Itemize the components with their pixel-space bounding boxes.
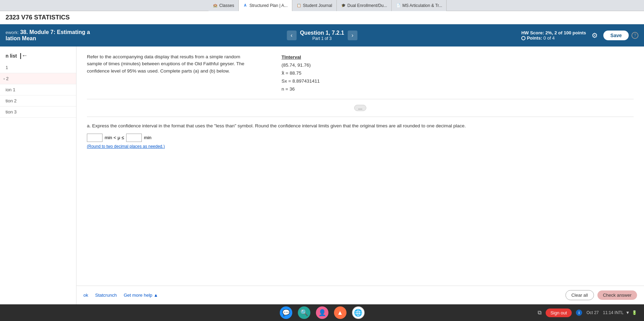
sidebar-section-title: n list |← — [0, 49, 76, 62]
wifi-icon: ▼ — [626, 310, 630, 315]
tinterval-value-4: n = 36 — [282, 85, 320, 93]
search-icon: 🔍 — [300, 309, 308, 316]
course-title: 2323 V76 STATISTICS — [6, 14, 638, 21]
hw-label: ework: 38. Module 7: Estimating alation … — [6, 29, 90, 42]
tinterval-box: TInterval (85.74, 91.76) x̄ = 88.75 Sx =… — [282, 53, 320, 93]
next-question-button[interactable]: › — [348, 31, 357, 40]
chat-icon: 💬 — [282, 309, 290, 316]
score-section: HW Score: 2%, 2 of 100 points Points: 0 … — [521, 30, 629, 41]
tinterval-value-1: (85.74, 91.76) — [282, 61, 320, 69]
check-answer-button[interactable]: Check answer — [597, 290, 637, 300]
sign-out-button[interactable]: Sign out — [546, 309, 572, 317]
main-wrap: 2323 V76 STATISTICS ework: 38. Module 7:… — [0, 11, 644, 321]
hint-text[interactable]: (Round to two decimal places as needed.) — [87, 144, 634, 149]
score-info: HW Score: 2%, 2 of 100 points Points: 0 … — [521, 30, 586, 41]
tab-bar: 🏫 Classes A Structured Plan | A... 📋 Stu… — [0, 0, 644, 11]
taskbar: 💬 🔍 👤 ▲ 🌐 ⧉ Sign out i Oct 27 11:14 INTL… — [0, 304, 644, 321]
textbook-link[interactable]: ok — [83, 293, 88, 298]
course-header: 2323 V76 STATISTICS — [0, 11, 644, 24]
settings-gear-button[interactable]: ⚙ — [592, 31, 598, 40]
expand-button[interactable]: .... — [354, 105, 366, 111]
points-label: Points: 0 of 4 — [521, 35, 586, 41]
min-label-1: min < μ ≤ — [105, 135, 124, 140]
tab-structured-plan[interactable]: A Structured Plan | A... — [239, 0, 292, 11]
question-header: ework: 38. Module 7: Estimating alation … — [0, 24, 644, 47]
taskbar-date: Oct 27 — [586, 310, 598, 315]
taskbar-icon-drive[interactable]: ▲ — [334, 306, 347, 319]
hw-score-label: HW Score: 2%, 2 of 100 points — [521, 30, 586, 35]
sidebar-item-2[interactable]: • 2 — [0, 73, 76, 84]
min-input-2[interactable] — [126, 134, 142, 142]
taskbar-icon-user[interactable]: 👤 — [316, 306, 328, 319]
tinterval-value-2: x̄ = 88.75 — [282, 69, 320, 77]
structured-plan-icon: A — [243, 3, 248, 8]
main-content: Refer to the accompanying data display t… — [76, 47, 644, 321]
copy-icon: ⧉ — [538, 310, 541, 316]
tab-dual-enrollment[interactable]: 🎓 Dual Enrollment/Du... — [337, 0, 392, 11]
drive-icon: ▲ — [337, 309, 343, 316]
question-info: Question 1, 7.2.1 Part 1 of 3 — [300, 30, 344, 41]
sidebar-item-question3[interactable]: tion 3 — [0, 107, 76, 118]
dual-enrollment-icon: 🎓 — [341, 3, 346, 8]
problem-section: Refer to the accompanying data display t… — [87, 53, 634, 93]
tab-ms-articulation[interactable]: 📄 MS Articulation & Tr... — [392, 0, 447, 11]
bottom-actions: Clear all Check answer — [565, 290, 637, 300]
info-icon[interactable]: i — [576, 310, 582, 316]
bottom-bar: ok Statcrunch Get more help ▲ Clear all … — [76, 286, 644, 304]
tab-classes[interactable]: 🏫 Classes — [209, 0, 239, 11]
save-button[interactable]: Save — [603, 31, 629, 40]
taskbar-icons: 💬 🔍 👤 ▲ 🌐 — [280, 306, 365, 319]
help-icon[interactable]: ? — [631, 32, 638, 39]
ms-articulation-icon: 📄 — [396, 3, 401, 8]
taskbar-icon-search[interactable]: 🔍 — [298, 306, 310, 319]
sidebar-collapse-icon[interactable]: |← — [20, 52, 28, 59]
classes-icon: 🏫 — [213, 3, 218, 8]
divider-1 — [87, 99, 634, 99]
more-help-link[interactable]: Get more help ▲ — [124, 293, 158, 298]
clear-all-button[interactable]: Clear all — [565, 290, 594, 300]
sidebar-item-1[interactable]: 1 — [0, 62, 76, 73]
question-nav: ‹ Question 1, 7.2.1 Part 1 of 3 › — [287, 30, 357, 41]
points-circle-icon — [521, 36, 525, 40]
taskbar-time: 11:14 INTL ▼ 🔋 — [603, 310, 637, 315]
sidebar-item-question2[interactable]: tion 2 — [0, 95, 76, 107]
chrome-icon: 🌐 — [354, 309, 362, 317]
min-input-1[interactable] — [87, 134, 103, 142]
body-layout: n list |← 1 • 2 ion 1 tion 2 tion 3 — [0, 47, 644, 321]
student-journal-icon: 📋 — [296, 3, 301, 8]
taskbar-icon-chrome[interactable]: 🌐 — [352, 306, 365, 319]
question-problem-text: Refer to the accompanying data display t… — [87, 53, 254, 75]
battery-icon: 🔋 — [632, 310, 637, 315]
prev-question-button[interactable]: ‹ — [287, 31, 296, 40]
question-body: Refer to the accompanying data display t… — [76, 47, 644, 156]
tab-student-journal[interactable]: 📋 Student Journal — [292, 0, 337, 11]
user-name: Berlin Harrell — [555, 53, 581, 58]
tinterval-title: TInterval — [282, 53, 320, 61]
taskbar-icon-chat[interactable]: 💬 — [280, 306, 292, 319]
tinterval-value-3: Sx = 8.897431411 — [282, 77, 320, 85]
user-icon: 👤 — [318, 309, 326, 316]
taskbar-right: ⧉ Sign out i Oct 27 11:14 INTL ▼ 🔋 — [538, 309, 637, 317]
min-label-2: min — [144, 135, 152, 140]
part-a-label: a. Express the confidence interval in th… — [87, 123, 634, 129]
sidebar: n list |← 1 • 2 ion 1 tion 2 tion 3 — [0, 47, 76, 321]
input-line: min < μ ≤ min — [87, 134, 634, 142]
sidebar-item-question1[interactable]: ion 1 — [0, 84, 76, 95]
divider-2 — [87, 117, 634, 117]
statcrunch-link[interactable]: Statcrunch — [95, 293, 117, 298]
